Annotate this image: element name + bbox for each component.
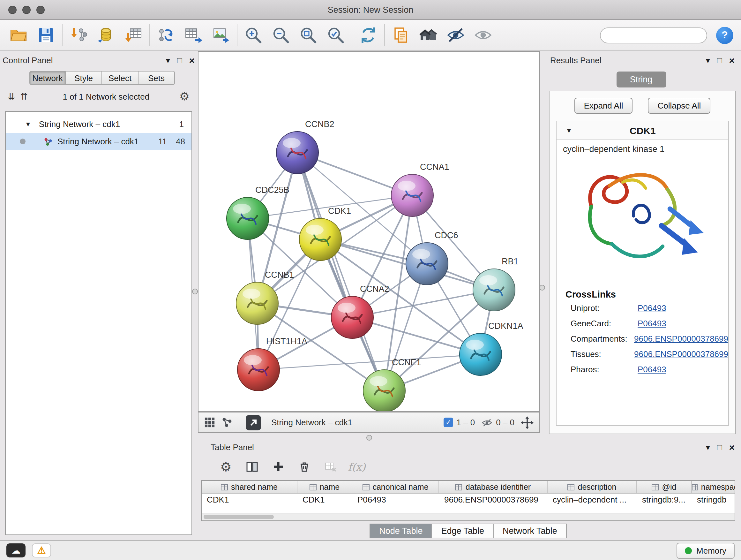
table-cell[interactable]: cyclin–dependent ... [548,494,637,506]
show-all-button[interactable] [472,24,494,46]
export-network-button[interactable] [155,24,177,46]
search-input[interactable] [609,30,724,41]
scrollbar-thumb[interactable] [204,515,274,519]
network-options-gear-icon[interactable]: ⚙ [179,91,190,102]
disclosure-triangle-icon[interactable]: ▼ [25,121,31,128]
table-cell[interactable]: stringdb:9... [637,494,692,506]
export-network-icon [156,25,176,45]
collapse-all-button[interactable]: Collapse All [648,98,711,114]
tab-network-table[interactable]: Network Table [494,523,567,538]
tab-style[interactable]: Style [66,71,102,85]
panel-menu-icon[interactable]: ▾ [706,56,710,64]
horizontal-scrollbar[interactable] [202,513,735,520]
create-column-icon[interactable] [271,459,286,475]
table-cell[interactable]: 9606.ENSP00000378699 [439,494,548,506]
table-row[interactable]: CDK1CDK1P064939606.ENSP00000378699cyclin… [202,494,735,506]
hide-selected-button[interactable] [445,24,467,46]
export-image-button[interactable] [210,24,232,46]
network-view-canvas[interactable]: CCNB2CCNA1CDC25BCDK1CDC6RB1CCNB1CCNA2CDK… [198,51,540,412]
open-in-new-window-button[interactable] [246,415,261,430]
network-node-CCNA1[interactable] [391,174,433,216]
collapse-card-icon[interactable]: ▼ [565,126,572,134]
network-node-CDC25B[interactable] [226,197,269,240]
float-panel-icon[interactable]: □ [717,443,722,451]
delete-column-icon[interactable] [297,459,312,475]
crosslink-link[interactable]: 9606.ENSP00000378699 [634,334,728,344]
import-network-from-file-button[interactable] [68,24,89,46]
network-row[interactable]: String Network – cdk1 11 48 [6,133,192,150]
table-cell[interactable]: CDK1 [202,494,297,506]
splitter-handle[interactable] [192,289,198,294]
splitter-handle[interactable] [539,285,545,291]
splitter-handle[interactable] [366,435,372,441]
tab-node-table[interactable]: Node Table [369,523,432,538]
home-button[interactable] [417,24,439,46]
memory-button[interactable]: Memory [677,543,735,558]
network-node-HIST1H1A[interactable] [238,349,280,391]
tab-network[interactable]: Network [29,71,66,85]
open-session-button[interactable] [8,24,29,46]
close-panel-icon[interactable]: × [729,55,735,65]
network-graph[interactable]: CCNB2CCNA1CDC25BCDK1CDC6RB1CCNB1CCNA2CDK… [199,52,539,411]
panel-menu-icon[interactable]: ▾ [166,56,170,64]
network-node-CDK1[interactable] [299,219,341,260]
table-options-gear-icon[interactable]: ⚙ [218,459,233,475]
refresh-view-button[interactable] [357,24,379,46]
tab-select[interactable]: Select [102,71,138,85]
minimize-window-button[interactable] [22,6,30,14]
column-header--id[interactable]: @id [637,481,692,493]
network-node-RB1[interactable] [473,269,515,311]
annotations-button[interactable] [390,24,412,46]
warnings-button[interactable]: ⚠ [32,543,51,557]
column-header-namespace[interactable]: namespace [692,481,735,493]
zoom-in-button[interactable] [243,24,264,46]
table-cell[interactable]: P06493 [352,494,439,506]
crosslink-link[interactable]: P06493 [637,319,666,328]
network-collection-row[interactable]: ▼ String Network – cdk1 1 [6,116,192,133]
show-columns-icon[interactable] [245,459,260,475]
tab-edge-table[interactable]: Edge Table [432,523,494,538]
expand-all-icon[interactable]: ⇈ [20,91,27,102]
search-box[interactable] [600,27,707,43]
column-header-description[interactable]: description [548,481,637,493]
zoom-window-button[interactable] [37,6,45,14]
column-header-database-identifier[interactable]: database identifier [439,481,548,493]
network-node-CCNB1[interactable] [236,282,278,324]
zoom-selected-button[interactable] [325,24,347,46]
panel-menu-icon[interactable]: ▾ [706,443,710,451]
float-panel-icon[interactable]: □ [177,56,182,64]
string-results-tab[interactable]: String [616,71,666,87]
close-panel-icon[interactable]: × [189,55,195,65]
zoom-fit-button[interactable] [297,24,319,46]
column-header-name[interactable]: name [297,481,352,493]
collapse-all-icon[interactable]: ⇊ [8,91,15,102]
table-cell[interactable]: stringdb [692,494,735,506]
expand-all-button[interactable]: Expand All [575,98,633,114]
crosslink-link[interactable]: P06493 [637,303,666,313]
import-network-from-database-button[interactable] [95,24,117,46]
help-button[interactable]: ? [716,26,733,44]
crosslink-link[interactable]: 9606.ENSP00000378699 [634,349,728,359]
share-network-icon[interactable] [221,417,232,428]
close-panel-icon[interactable]: × [729,442,735,452]
save-session-button[interactable] [35,24,57,46]
grid-view-icon[interactable] [204,417,215,428]
network-node-CCNB2[interactable] [276,132,319,174]
network-node-CCNE1[interactable] [363,370,405,411]
zoom-out-button[interactable] [270,24,292,46]
table-cell[interactable]: CDK1 [297,494,352,506]
cloud-button[interactable]: ☁ [6,543,25,557]
network-node-CCNA2[interactable] [331,296,374,338]
network-node-CDKN1A[interactable] [460,333,502,375]
network-node-CDC6[interactable] [406,243,448,285]
tab-sets[interactable]: Sets [138,71,175,85]
column-header-canonical-name[interactable]: canonical name [352,481,439,493]
selected-checkbox-icon[interactable]: ✓ [444,418,453,427]
import-table-from-file-button[interactable] [123,24,144,46]
crosslink-link[interactable]: P06493 [637,365,666,374]
export-table-button[interactable] [183,24,204,46]
column-header-shared-name[interactable]: shared name [202,481,297,493]
close-window-button[interactable] [8,6,17,14]
float-panel-icon[interactable]: □ [717,56,722,64]
fit-content-button[interactable] [521,416,534,429]
